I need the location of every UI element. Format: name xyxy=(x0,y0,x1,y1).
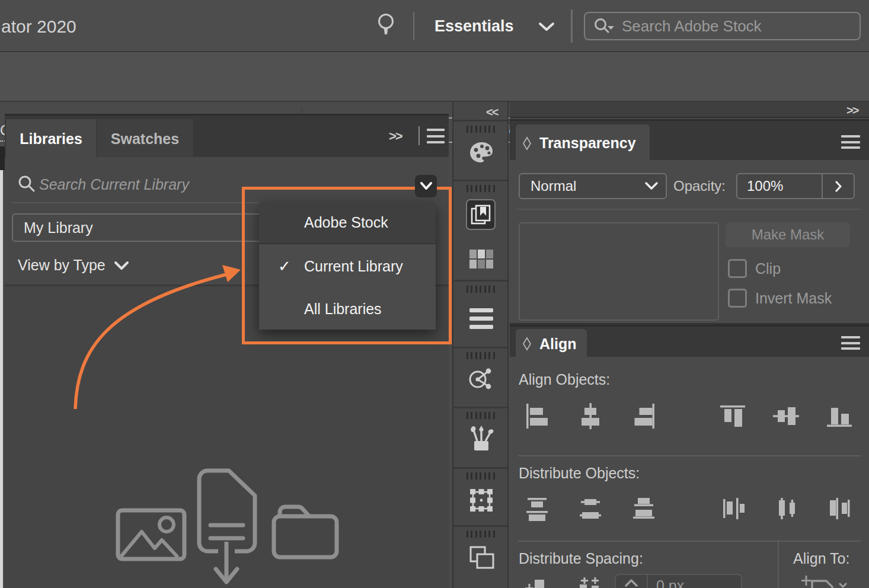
v-distribute-space-button[interactable] xyxy=(523,577,551,588)
panel-expand-icon[interactable]: >> xyxy=(846,104,858,117)
transparency-opacity-label: Opacity: xyxy=(673,178,726,194)
v-distribute-top-button[interactable] xyxy=(523,494,551,523)
align-to-separator xyxy=(778,539,779,588)
blend-mode-value: Normal xyxy=(520,178,644,194)
view-by-type-label: View by Type xyxy=(18,257,106,274)
annotation-highlight-box xyxy=(242,187,452,344)
tab-swatches-label: Swatches xyxy=(111,130,179,148)
align-h-center-button[interactable] xyxy=(576,402,605,430)
spacing-stepper-field[interactable]: 0 px xyxy=(615,574,742,588)
right-panel-column: >> Transparency Normal Opacity: 100% xyxy=(510,102,869,588)
tab-libraries-label: Libraries xyxy=(20,130,82,148)
invert-mask-checkbox-row[interactable]: Invert Mask xyxy=(728,289,832,308)
align-title: Align xyxy=(539,335,577,353)
swatches-panel-icon[interactable] xyxy=(468,248,494,270)
transform-panel-icon[interactable] xyxy=(468,487,494,513)
h-distribute-space-button[interactable] xyxy=(576,577,605,588)
align-body: Align Objects: Distribute Objects: xyxy=(510,357,869,588)
spacing-value: 0 px xyxy=(648,575,684,588)
clip-checkbox-row[interactable]: Clip xyxy=(728,259,781,278)
empty-library-asset-icon xyxy=(194,468,266,588)
make-mask-button[interactable]: Make Mask xyxy=(726,222,850,247)
tab-swatches[interactable]: Swatches xyxy=(97,119,193,159)
library-search-icon xyxy=(18,175,36,193)
blend-mode-chevron-icon xyxy=(644,181,659,191)
library-scope-button[interactable] xyxy=(415,175,437,197)
artboards-panel-icon[interactable] xyxy=(468,545,496,570)
library-select-value: My Library xyxy=(13,219,93,237)
tab-transparency[interactable]: Transparency xyxy=(516,124,650,162)
align-v-center-button[interactable] xyxy=(772,402,800,430)
h-distribute-right-button[interactable] xyxy=(825,494,854,523)
align-right-button[interactable] xyxy=(630,402,658,430)
align-top-button[interactable] xyxy=(718,402,747,430)
dock-collapse-icon[interactable]: << xyxy=(486,106,497,119)
distribute-spacing-label: Distribute Spacing: xyxy=(519,550,643,567)
tab-overflow-icon[interactable]: >> xyxy=(389,129,402,144)
canvas-edge-strip xyxy=(0,170,3,588)
clip-checkbox[interactable] xyxy=(728,259,747,278)
stock-search-placeholder: Search Adobe Stock xyxy=(622,17,762,36)
align-to-artboard-icon[interactable] xyxy=(801,574,849,588)
align-bottom-button[interactable] xyxy=(825,402,854,430)
transparency-body: Normal Opacity: 100% Make Mask Clip Inve… xyxy=(510,160,869,323)
libraries-tabbar: Libraries Swatches >> xyxy=(5,114,449,157)
app-title: ator 2020 xyxy=(1,17,76,37)
view-by-type-control[interactable]: View by Type xyxy=(18,257,129,274)
symbols-panel-icon[interactable] xyxy=(468,366,494,392)
libraries-panel-menu-icon[interactable] xyxy=(427,129,445,143)
workspace-chevron-icon[interactable] xyxy=(538,21,555,32)
transparency-opacity-value: 100% xyxy=(737,178,822,194)
workspace-switcher-label[interactable]: Essentials xyxy=(435,17,514,36)
scope-chevron-icon xyxy=(420,182,433,190)
align-to-label: Align To: xyxy=(793,550,849,567)
tabbar-separator xyxy=(418,126,420,145)
panel-dock: << xyxy=(452,102,509,588)
align-tabbar: Align xyxy=(510,325,869,357)
align-objects-label: Align Objects: xyxy=(519,371,610,388)
v-distribute-center-button[interactable] xyxy=(576,494,605,523)
right-dock-header: >> xyxy=(510,102,869,118)
distribute-objects-label: Distribute Objects: xyxy=(519,465,640,482)
spacing-stepper-up-icon[interactable] xyxy=(616,575,647,587)
transparency-opacity-field[interactable]: 100% xyxy=(736,173,855,199)
transparency-tabbar: Transparency xyxy=(510,119,869,160)
transparency-menu-icon[interactable] xyxy=(841,135,860,149)
illustrator-window: ator 2020 Essentials Search Adobe Stock xyxy=(0,0,869,588)
tab-align[interactable]: Align xyxy=(516,329,587,359)
color-panel-icon[interactable] xyxy=(469,141,494,164)
brushes-panel-icon[interactable] xyxy=(468,426,494,453)
transparency-title: Transparency xyxy=(539,135,636,152)
lightbulb-icon[interactable] xyxy=(376,12,395,41)
v-distribute-bottom-button[interactable] xyxy=(630,494,658,523)
h-distribute-center-button[interactable] xyxy=(772,494,800,523)
tab-libraries[interactable]: Libraries xyxy=(6,119,96,159)
stroke-panel-icon[interactable] xyxy=(469,307,494,331)
empty-library-image-icon xyxy=(116,508,187,561)
control-bar: Opacity: 100% Style: Document Setup Pref… xyxy=(0,52,869,102)
view-by-chevron-icon xyxy=(114,261,129,270)
align-left-button[interactable] xyxy=(523,402,551,430)
libraries-panel-icon-button[interactable] xyxy=(466,199,496,230)
mask-thumbnail-area xyxy=(519,222,719,321)
blend-mode-select[interactable]: Normal xyxy=(519,173,667,199)
titlebar-separator-2 xyxy=(571,9,573,43)
clip-label: Clip xyxy=(755,260,781,277)
h-distribute-left-button[interactable] xyxy=(718,494,747,523)
invert-mask-checkbox[interactable] xyxy=(728,289,747,308)
align-menu-icon[interactable] xyxy=(841,336,860,350)
align-collapse-diamond-icon[interactable] xyxy=(523,337,531,351)
transparency-opacity-arrow[interactable] xyxy=(822,174,854,198)
empty-library-illustration xyxy=(107,462,344,588)
stock-search-input[interactable]: Search Adobe Stock xyxy=(584,12,861,40)
library-search-placeholder[interactable]: Search Current Library xyxy=(39,176,189,193)
stock-search-icon xyxy=(593,17,615,35)
empty-library-folder-icon xyxy=(271,501,339,560)
libraries-panel-icon xyxy=(470,204,491,225)
titlebar-separator xyxy=(413,12,414,40)
invert-mask-label: Invert Mask xyxy=(755,290,832,307)
title-bar: ator 2020 Essentials Search Adobe Stock xyxy=(0,0,869,52)
collapse-diamond-icon[interactable] xyxy=(523,136,531,151)
